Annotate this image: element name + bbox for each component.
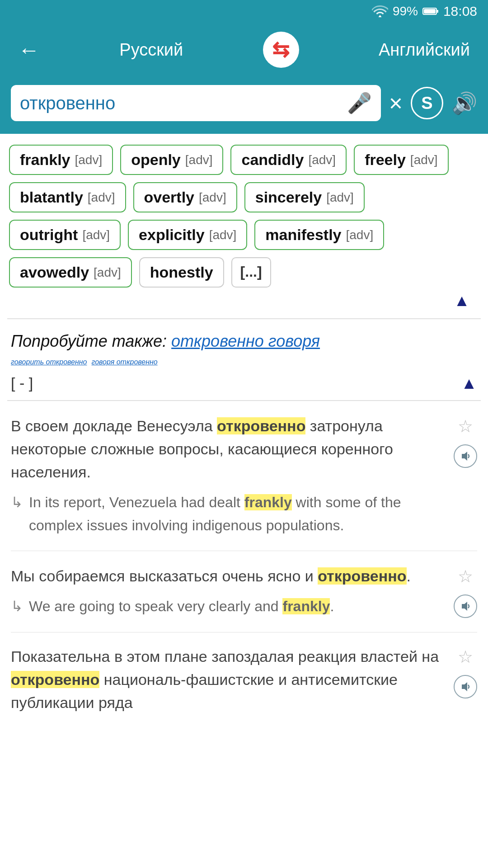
translation-chip-overtly[interactable]: overtly [adv] xyxy=(133,182,237,212)
example-en-1: In its report, Venezuela had dealt frank… xyxy=(11,491,446,537)
translation-chip-blatantly[interactable]: blatantly [adv] xyxy=(9,182,126,212)
example-ru-1: В своем докладе Венесуэла откровенно зат… xyxy=(11,415,446,484)
expand-button[interactable]: [...] xyxy=(231,257,271,288)
star-button-2[interactable]: ☆ xyxy=(458,566,473,586)
svg-marker-4 xyxy=(462,602,467,611)
clear-button[interactable]: × xyxy=(389,90,403,117)
example-actions-1: ☆ xyxy=(454,415,477,537)
app-header: ← Русский ⇆ Английский xyxy=(0,23,488,77)
try-also-link-1[interactable]: откровенно говоря xyxy=(171,332,320,350)
try-also-header: Попробуйте также: откровенно говоря xyxy=(11,332,477,351)
try-also-link-2[interactable]: говорить откровенно xyxy=(11,358,87,366)
translation-chip-avowedly[interactable]: avowedly [adv] xyxy=(9,257,132,288)
example-partial-ru: Показательна в этом плане запоздалая реа… xyxy=(11,645,446,714)
example-content-1: В своем докладе Венесуэла откровенно зат… xyxy=(11,415,446,537)
collapse-arrow[interactable]: ▲ xyxy=(9,288,479,314)
highlight-откровенно-2: откровенно xyxy=(318,567,406,585)
highlight-frankly-2: frankly xyxy=(282,598,330,614)
highlight-frankly-1: frankly xyxy=(244,494,292,510)
s-button[interactable]: S xyxy=(411,87,443,119)
try-also-links: говорить откровенно говоря откровенно xyxy=(11,358,477,366)
translation-chip-honestly[interactable]: honestly xyxy=(139,257,224,288)
search-bar: 🎤 × S 🔊 xyxy=(0,77,488,134)
try-also-label: Попробуйте также: xyxy=(11,332,167,350)
translation-chip-manifestly[interactable]: manifestly [adv] xyxy=(254,220,384,250)
battery-text: 99% xyxy=(393,4,418,19)
mic-icon[interactable]: 🎤 xyxy=(347,91,372,115)
translations-section: frankly [adv] openly [adv] candidly [adv… xyxy=(0,134,488,318)
translation-chip-candidly[interactable]: candidly [adv] xyxy=(230,145,347,175)
star-button-3[interactable]: ☆ xyxy=(458,647,473,667)
target-language[interactable]: Английский xyxy=(379,40,470,60)
example-item-1: В своем докладе Венесуэла откровенно зат… xyxy=(11,401,477,551)
example-item-2: Мы собираемся высказаться очень ясно и о… xyxy=(11,551,477,632)
swap-icon: ⇆ xyxy=(272,38,290,62)
status-icons: 99% 18:08 xyxy=(372,4,477,19)
sound-button-2[interactable] xyxy=(454,594,477,618)
sound-button-1[interactable] xyxy=(454,444,477,468)
back-button[interactable]: ← xyxy=(18,38,40,62)
sound-button[interactable]: 🔊 xyxy=(451,91,477,115)
highlight-откровенно-3: откровенно xyxy=(11,671,99,688)
examples-section: В своем докладе Венесуэла откровенно зат… xyxy=(0,401,488,632)
svg-marker-5 xyxy=(462,682,467,691)
example-ru-2: Мы собираемся высказаться очень ясно и о… xyxy=(11,565,446,588)
sound-button-3[interactable] xyxy=(454,675,477,698)
svg-rect-2 xyxy=(424,9,436,14)
example-partial-actions: ☆ xyxy=(454,645,477,722)
try-also-section: Попробуйте также: откровенно говоря гово… xyxy=(0,319,488,400)
translations-grid: frankly [adv] openly [adv] candidly [adv… xyxy=(9,145,479,288)
svg-marker-3 xyxy=(462,452,467,461)
svg-rect-1 xyxy=(436,10,438,13)
wifi-icon xyxy=(372,5,388,18)
highlight-откровенно-1: откровенно xyxy=(217,417,305,434)
translation-chip-openly[interactable]: openly [adv] xyxy=(120,145,223,175)
star-button-1[interactable]: ☆ xyxy=(458,416,473,436)
example-partial-content: Показательна в этом плане запоздалая реа… xyxy=(11,645,446,722)
s-label: S xyxy=(421,94,432,113)
translation-chip-explicitly[interactable]: explicitly [adv] xyxy=(128,220,247,250)
translation-chip-outright[interactable]: outright [adv] xyxy=(9,220,121,250)
time-display: 18:08 xyxy=(443,4,477,19)
example-en-2: We are going to speak very clearly and f… xyxy=(11,595,446,618)
bracket-label: [ - ] xyxy=(11,371,33,396)
example-content-2: Мы собираемся высказаться очень ясно и о… xyxy=(11,565,446,618)
try-also-collapse-arrow[interactable]: ▲ xyxy=(461,374,477,393)
try-also-link-3[interactable]: говоря откровенно xyxy=(91,358,157,366)
search-input-wrapper: 🎤 xyxy=(11,85,381,121)
try-also-row: [ - ] ▲ xyxy=(11,371,477,396)
example-actions-2: ☆ xyxy=(454,565,477,618)
example-partial: Показательна в этом плане запоздалая реа… xyxy=(0,632,488,722)
search-input[interactable] xyxy=(20,93,342,113)
source-language[interactable]: Русский xyxy=(119,40,183,60)
battery-icon xyxy=(422,7,439,16)
swap-languages-button[interactable]: ⇆ xyxy=(263,32,299,68)
translation-chip-sincerely[interactable]: sincerely [adv] xyxy=(244,182,365,212)
status-bar: 99% 18:08 xyxy=(0,0,488,23)
translation-chip-freely[interactable]: freely [adv] xyxy=(354,145,448,175)
translation-chip-frankly[interactable]: frankly [adv] xyxy=(9,145,113,175)
